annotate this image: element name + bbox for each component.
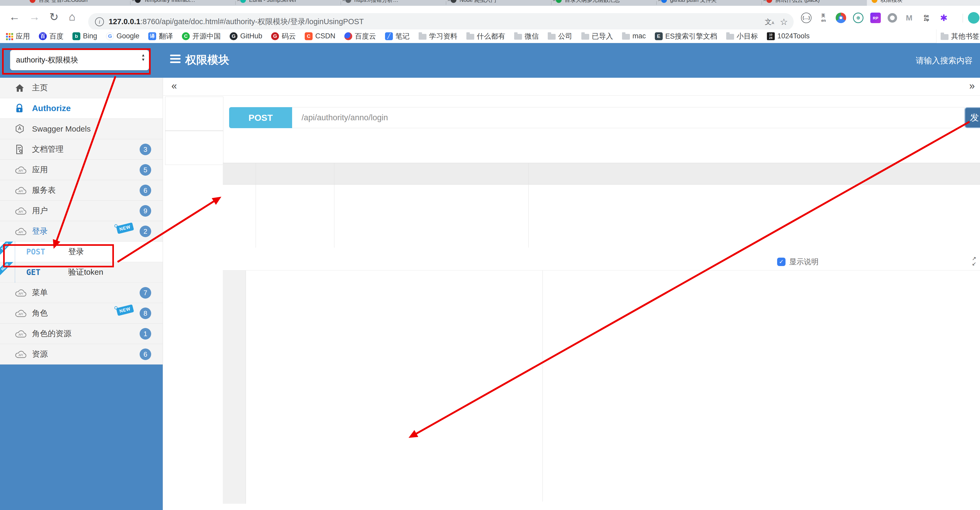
count-badge: 2 [140, 226, 151, 237]
cloud-api-icon: API [15, 166, 32, 174]
bookmark-label: 学习资料 [429, 32, 457, 41]
bookmark-item[interactable]: GGoogle [106, 32, 139, 40]
svg-text:API: API [18, 190, 23, 193]
menu-icon[interactable] [170, 55, 181, 65]
bookmark-label: 应用 [16, 32, 30, 41]
col-divider [334, 163, 334, 248]
browser-tab[interactable]: 百度 登首/SEOdudn× [25, 0, 140, 6]
bookmark-item[interactable]: C开源中国 [182, 32, 221, 41]
tab-debug[interactable] [165, 131, 223, 165]
sidebar-item-主页[interactable]: 主页 [0, 78, 163, 98]
browser-tab[interactable]: Edna - JumpServer× [235, 0, 350, 6]
expand-icon[interactable]: ↗↙ [972, 256, 980, 267]
bookmark-item[interactable]: 小目标 [726, 32, 758, 41]
browser-tab[interactable]: 权限模块× [867, 0, 980, 6]
sidebar-item-登录[interactable]: API登录NEW2 [0, 221, 163, 242]
browser-tab[interactable]: github push 文件夹× [656, 0, 771, 6]
request-path[interactable]: /api/authority/anno/login [292, 107, 964, 128]
tab-title: Temporary Interact… [144, 0, 195, 3]
bookmark-favicon: G [106, 32, 114, 40]
collapse-left-icon[interactable]: « [171, 80, 177, 92]
folder-icon [418, 34, 426, 40]
bookmark-label: Bing [83, 32, 97, 40]
bookmark-label: 百度 [49, 32, 64, 41]
folder-icon [622, 34, 630, 40]
translate-icon[interactable]: 文A [765, 18, 774, 27]
bookmark-item[interactable]: 公司 [548, 32, 573, 41]
home-icon[interactable]: ⌂ [69, 11, 75, 23]
sidebar-item-菜单[interactable]: API菜单7 [0, 282, 163, 303]
sidebar-item-Swagger Models[interactable]: Swagger Models [0, 119, 163, 139]
chrome-extension-icon[interactable] [836, 13, 846, 23]
browser-tab[interactable]: Temporary Interact…× [130, 0, 245, 6]
bookmark-item[interactable]: G码云 [271, 32, 296, 41]
count-badge: 3 [140, 143, 151, 155]
params-table [223, 163, 980, 248]
bookmark-item[interactable]: EES搜索引擎文档 [655, 32, 717, 41]
bookmark-item[interactable]: CCSDN [305, 32, 336, 40]
mgray-extension-icon[interactable]: M [904, 13, 915, 23]
braces-extension-icon[interactable]: {…} [801, 13, 811, 23]
bookmark-item[interactable]: 10241024Tools [767, 32, 810, 40]
bookmark-label: 公司 [558, 32, 573, 41]
op-method: GET [26, 268, 68, 277]
browser-tab[interactable]: Node 爬虫入门× [446, 0, 561, 6]
bookmark-item[interactable]: 百度云 [344, 32, 376, 41]
bookmark-star-icon[interactable]: ☆ [780, 16, 788, 27]
forward-icon[interactable]: → [29, 11, 40, 23]
rp-extension-icon[interactable]: RP [870, 13, 881, 23]
browser-tab[interactable]: https://报错分析…× [340, 0, 455, 6]
bookmark-label: CSDN [315, 32, 336, 40]
globe-extension-icon[interactable]: ⊕ [853, 13, 864, 23]
sidebar-item-用户[interactable]: API用户9 [0, 201, 163, 221]
sidebar-item-文档管理[interactable]: 文档管理3 [0, 139, 163, 160]
sidebar-item-角色的资源[interactable]: API角色的资源1 [0, 324, 163, 344]
tab-document[interactable] [165, 97, 223, 131]
address-bar[interactable]: i 127.0.0.1:8760/api/gate/doc.html#/auth… [88, 13, 794, 30]
back-icon[interactable]: ← [9, 11, 20, 23]
bookmark-item[interactable]: bBing [72, 32, 97, 40]
sidebar-item-Authorize[interactable]: Authorize [0, 98, 163, 119]
reload-icon[interactable]: ↻ [49, 11, 59, 23]
collapse-right-icon[interactable]: » [969, 80, 975, 92]
bookmark-item[interactable]: 微信 [514, 32, 539, 41]
url-text[interactable]: 127.0.0.1:8760/api/gate/doc.html#/author… [109, 16, 765, 27]
svg-text:API: API [18, 292, 23, 295]
sidebar-item-资源[interactable]: API资源6 [0, 344, 163, 365]
enpen-extension-icon[interactable]: 英en [818, 13, 829, 23]
tab-title: Node 爬虫入门 [460, 0, 496, 4]
tab-favicon [872, 0, 877, 3]
annotation-box-module-select [2, 48, 151, 75]
site-info-icon[interactable]: i [95, 18, 104, 26]
bookmark-label: 1024Tools [777, 32, 810, 40]
bookmark-item[interactable]: 什么都有 [466, 32, 505, 41]
svg-text:API: API [18, 333, 23, 336]
sidebar-item-服务表[interactable]: API服务表6 [0, 180, 163, 201]
send-button[interactable]: 发 [964, 107, 980, 128]
browser-tab[interactable]: 腾讯什么云 (pack)× [762, 0, 876, 6]
bookmark-item[interactable]: 应用 [5, 32, 30, 41]
cloud-api-icon: API [15, 329, 32, 338]
bookmark-item[interactable]: ╱笔记 [385, 32, 410, 41]
show-desc-checkbox[interactable]: ✓ [777, 258, 786, 266]
sidebar-item-角色[interactable]: API角色NEW8 [0, 303, 163, 324]
ringo-extension-icon[interactable] [888, 13, 897, 22]
gitzip-extension-icon[interactable]: GitZip [921, 13, 932, 23]
bookmark-label: ES搜索引擎文档 [665, 32, 717, 41]
bookmark-item[interactable]: mac [622, 32, 646, 40]
bookmark-item[interactable]: 译翻译 [148, 32, 173, 41]
bookmark-item[interactable]: 已导入 [581, 32, 613, 41]
browser-tab[interactable]: 目录大纲多元函数汇总× [551, 0, 666, 6]
aster-extension-icon[interactable]: ✱ [939, 13, 949, 23]
tab-title: 百度 登首/SEOdudn [38, 0, 88, 4]
apps-grid-icon [5, 32, 13, 40]
bookmark-item[interactable]: GGitHub [230, 32, 262, 40]
sidebar-item-label: 角色 [32, 308, 48, 319]
response-json [246, 271, 980, 504]
page-title: 权限模块 [185, 53, 229, 67]
bookmark-item[interactable]: 学习资料 [418, 32, 457, 41]
module-search-input[interactable]: 请输入搜索内容 [916, 55, 973, 66]
profile-avatar[interactable] [968, 12, 980, 24]
bookmarks-overflow[interactable]: 其他书签 [936, 29, 980, 43]
bookmark-item[interactable]: 百百度 [39, 32, 64, 41]
